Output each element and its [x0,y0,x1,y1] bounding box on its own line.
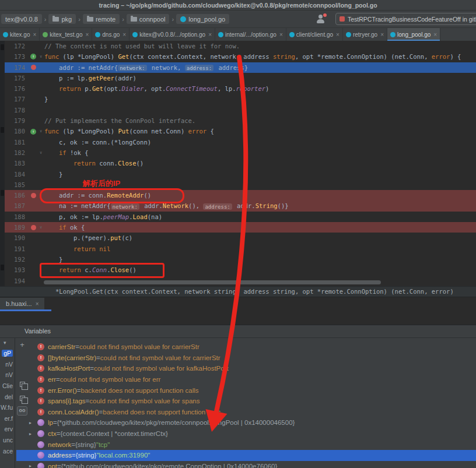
frame-item[interactable]: ace [0,445,15,456]
breadcrumb-item-pkg[interactable]: pkg [48,14,76,24]
breadcrumb-item-remote[interactable]: remote [83,14,120,24]
close-icon[interactable]: × [33,31,36,38]
editor-tab-internal-option-go[interactable]: internal/.../option.go× [215,28,286,41]
breadcrumb-item-long-pool-go[interactable]: long_pool.go [176,14,229,24]
breakpoint-icon[interactable] [31,225,36,230]
code-line-181[interactable]: 181c, ok := conn.(*longConn) [5,137,476,147]
variable-row-carrierstr[interactable]: !carrierStr = could not find symbol valu… [16,342,476,353]
variable-row-address[interactable]: address = {string} "local.com:31990" [16,450,476,461]
breakpoint-icon[interactable] [31,65,36,70]
frame-item[interactable]: unc [0,435,15,446]
code-line-179[interactable]: 179// Put implements the ConnPool interf… [5,115,476,126]
editor-tab-kitex-go[interactable]: kitex.go× [0,28,40,41]
variable-row-lp[interactable]: ▸lp = {*github.com/cloudwego/kitex/pkg/r… [16,417,476,428]
variable-row-kafkahostport[interactable]: !kafkaHostPort = could not find symbol v… [16,363,476,374]
tab-b-huaxi[interactable]: b.huaxi... × [0,298,44,309]
error-icon: ! [37,343,44,350]
code-token: ) { [450,53,461,60]
close-icon[interactable]: × [85,31,89,38]
code-line-188[interactable]: 188p, ok := lp.peerMap.Load(na) [5,212,476,222]
implements-icon[interactable]: ↑ [30,129,36,135]
fold-marker[interactable]: ∨ [37,222,44,233]
frame-item[interactable]: erv [0,424,15,435]
variable-row-opt[interactable]: ▸opt = {*github.com/cloudwego/kitex/pkg/… [16,461,476,468]
implements-gutter[interactable]: ↑ [29,126,37,136]
close-icon[interactable]: × [336,31,340,38]
variable-row-conn-localaddr[interactable]: !conn.LocalAddr() = backend does not sup… [16,407,476,418]
code-line-174[interactable]: 174addr := netAddr{network: network, add… [5,62,476,73]
code-line-182[interactable]: 182∨if !ok { [5,147,476,158]
variable-name: ctx [48,430,57,437]
breakpoint-gutter[interactable] [29,62,37,73]
implements-gutter[interactable]: ↑ [29,51,37,62]
frame-item[interactable]: nV [0,359,15,370]
breadcrumb-item-connpool[interactable]: connpool [127,14,170,24]
frame-item[interactable]: er.f [0,413,15,424]
code-line-191[interactable]: 191return nil [5,244,476,254]
gutter-slot [29,73,37,83]
code-line-176[interactable]: 176return p.Get(opt.Dialer, opt.ConnectT… [5,83,476,94]
code-line-183[interactable]: 183return conn.Close() [5,158,476,168]
fold-marker[interactable]: ∨ [37,126,44,136]
implements-icon[interactable]: ↑ [30,54,36,59]
breadcrumb-item-tex-v0-0-8[interactable]: tex@v0.0.8 [1,14,42,24]
close-icon[interactable]: × [123,31,126,38]
frame-label: nV [5,371,13,378]
frame-item[interactable]: nV [0,370,15,381]
user-profile-icon[interactable] [316,14,326,24]
frame-item[interactable]: gP [0,348,15,359]
frame-item[interactable]: W.fu [0,402,15,413]
show-watches-toggle[interactable]: oo [17,406,27,416]
view-options-icon[interactable] [17,393,27,403]
close-icon[interactable]: × [279,31,283,38]
editor-tab-kitex-v0-0-8-option-go[interactable]: kitex@v0.0.8/.../option.go× [130,28,215,41]
code-line-173[interactable]: 173↑∨func (lp *LongPool) Get(ctx context… [5,51,476,62]
horizontal-scrollbar[interactable] [44,280,381,284]
variable-row-err[interactable]: !err = could not find symbol value for e… [16,374,476,385]
close-icon[interactable]: × [380,31,384,38]
fold-marker[interactable]: ∨ [37,51,44,62]
fold-marker[interactable]: ∨ [37,147,44,158]
code-text: func (lp *LongPool) Put(conn net.Conn) e… [44,126,476,136]
expand-arrow[interactable]: ▸ [29,420,37,425]
breakpoint-gutter[interactable] [29,222,37,233]
variable-row-spans-i-tags[interactable]: !spans[i].tags = could not find symbol v… [16,396,476,407]
close-icon[interactable]: × [208,31,212,38]
close-icon[interactable]: × [36,301,39,307]
code-token: func [44,53,63,60]
variables-tree[interactable]: !carrierStr = could not find symbol valu… [16,338,476,468]
add-watch-button[interactable]: + [17,341,27,349]
code-line-184[interactable]: 184} [5,169,476,180]
editor-tab-long-pool-go[interactable]: long_pool.go× [387,28,440,41]
dropdown-caret-icon[interactable]: ▾ [0,338,15,348]
variable-row-network[interactable]: network = {string} "tcp" [16,439,476,450]
variable-row-byte-carrierstr[interactable]: ![]byte(carrierStr) = could not find sym… [16,353,476,364]
gutter-slot [29,244,37,254]
code-line-177[interactable]: 177} [5,94,476,104]
expand-arrow[interactable]: ▸ [29,463,37,468]
breadcrumb-label: connpool [139,16,166,23]
close-icon[interactable]: × [433,31,437,38]
run-configuration-selector[interactable]: TestRPCTracingBusinessCodeFeatureOff in … [335,13,476,25]
frame-item[interactable]: del [0,391,15,402]
breakpoint-icon[interactable] [31,193,36,198]
copy-icon[interactable] [17,379,27,389]
code-line-178[interactable]: 178 [5,105,476,115]
variable-row-err-error[interactable]: !err.Error() = backend does not support … [16,385,476,396]
gutter-slot [29,105,37,115]
expand-arrow[interactable]: ▸ [29,431,37,437]
variable-row-ctx[interactable]: ▸ctx = {context.Context | *context.timer… [16,428,476,439]
code-line-189[interactable]: 189∨if ok { [5,222,476,233]
code-line-180[interactable]: 180↑∨func (lp *LongPool) Put(conn net.Co… [5,126,476,136]
editor-tab-dns-go[interactable]: dns.go× [92,28,130,41]
code-editor[interactable]: 172// The context is not used but will l… [0,41,476,286]
frame-item[interactable]: Clie [0,381,15,392]
editor-tab-kitex-test-go[interactable]: kitex_test.go× [40,28,92,41]
code-line-172[interactable]: 172// The context is not used but will l… [5,41,476,51]
code-line-175[interactable]: 175p := lp.getPeer(addr) [5,73,476,83]
editor-tab-retryer-go[interactable]: retryer.go× [343,28,387,41]
code-line-190[interactable]: 190p.(*peer).put(c) [5,233,476,243]
code-lines[interactable]: 172// The context is not used but will l… [5,41,476,286]
editor-tab-client-client-go[interactable]: client/client.go× [286,28,343,41]
breakpoint-gutter[interactable] [29,190,37,200]
